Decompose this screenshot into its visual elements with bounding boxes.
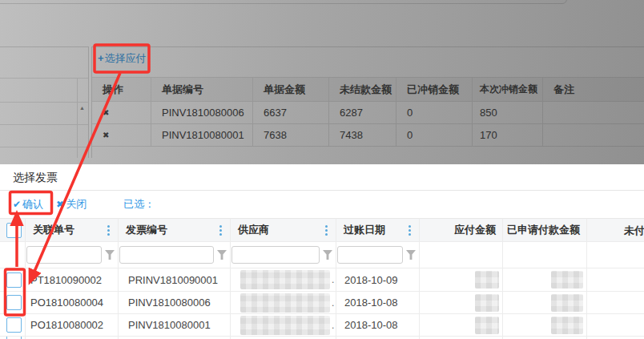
cell-applied-amount — [503, 292, 587, 314]
cell-unsettled: 6287 — [329, 102, 396, 124]
filter-icon[interactable] — [406, 250, 416, 260]
censored-amount — [551, 294, 583, 312]
supplier-filter-input[interactable] — [231, 246, 320, 264]
payable-table: 操作 单据编号 单据金额 未结款金额 已冲销金额 本次冲销金额 备注 ✖ PIN… — [92, 77, 644, 147]
confirm-button[interactable]: ✔ 确认 — [13, 197, 43, 212]
divider — [0, 102, 88, 103]
cell-remark — [543, 102, 644, 124]
cell-doc-no: PINV1810080006 — [151, 102, 253, 124]
censored-amount — [551, 271, 583, 289]
censored-supplier — [240, 270, 330, 289]
column-menu-icon[interactable] — [407, 224, 413, 237]
cell-current-writeoff[interactable]: 170 — [473, 124, 543, 147]
filter-icon[interactable] — [105, 250, 115, 260]
cell-applied-amount — [503, 268, 587, 292]
confirm-label: 确认 — [22, 197, 43, 212]
divider — [0, 124, 88, 125]
cell-unsettled: 7438 — [329, 124, 396, 147]
supplier-label: 供应商 — [238, 223, 269, 237]
col-header-invoice-no: 发票编号 — [119, 218, 231, 242]
cell-unpaid-amount — [587, 314, 644, 337]
cell-unpaid-amount — [587, 292, 644, 314]
invoice-table: 关联单号 发票编号 供应商 过账日期 应付金额 已申请付款金额 未付款金额 — [0, 218, 644, 339]
cell-payable-amount — [420, 292, 503, 314]
cell-written-off: 0 — [396, 102, 473, 124]
col-header-unsettled: 未结款金额 — [329, 77, 396, 102]
filter-icon[interactable] — [217, 250, 227, 260]
cell-posting-date: 2018-10-08 — [336, 292, 420, 314]
censored-amount — [475, 271, 499, 289]
cell-doc-amount: 6637 — [253, 102, 329, 124]
cell-remark — [543, 124, 644, 147]
modal-toolbar: ✔ 确认 ✖ 关闭 已选： — [0, 191, 644, 218]
related-no-filter-input[interactable] — [26, 246, 102, 264]
cell-payable-amount — [420, 314, 503, 337]
cell-written-off: 0 — [396, 124, 473, 147]
table-row-delete[interactable]: ✖ — [92, 124, 151, 147]
divider — [0, 147, 88, 147]
table-row-delete[interactable]: ✖ — [92, 102, 151, 124]
cell-invoice-no: PINV1810080001 — [119, 314, 231, 337]
censored-supplier — [240, 316, 330, 335]
cell-payable-amount — [420, 268, 503, 292]
delete-icon[interactable]: ✖ — [103, 131, 109, 139]
filter-cell-empty — [587, 242, 644, 268]
check-icon: ✔ — [13, 199, 21, 210]
filter-cell-posting-date — [336, 242, 420, 268]
upper-panel-border — [0, 0, 567, 4]
payable-panel: +选择应付 操作 单据编号 单据金额 未结款金额 已冲销金额 本次冲销金额 备注… — [91, 46, 644, 158]
select-payable-label: 选择应付 — [105, 52, 147, 64]
unpaid-amount-label: 未付款金额 — [624, 219, 644, 242]
divider — [0, 78, 88, 79]
row-checkbox[interactable] — [6, 295, 22, 310]
cell-doc-no: PINV1810080001 — [151, 124, 253, 147]
invoice-no-filter-input[interactable] — [119, 246, 214, 264]
col-header-current-writeoff: 本次冲销金额 — [473, 77, 543, 102]
filter-icon[interactable] — [323, 250, 332, 260]
col-header-doc-no: 单据编号 — [151, 77, 253, 102]
cell-invoice-no: PRINV1810090001 — [119, 268, 231, 292]
column-menu-icon[interactable] — [218, 224, 223, 237]
invoice-no-label: 发票编号 — [126, 223, 167, 237]
censored-amount — [475, 317, 499, 334]
cell-related-no: PO1810080004 — [26, 292, 119, 314]
censored-supplier — [240, 293, 330, 313]
cell-supplier: . — [231, 314, 336, 337]
col-header-posting-date: 过账日期 — [336, 218, 420, 242]
related-no-label: 关联单号 — [33, 223, 74, 237]
censored-amount — [475, 294, 499, 312]
row-checkbox[interactable] — [6, 272, 22, 288]
delete-icon[interactable]: ✖ — [103, 108, 109, 117]
col-header-applied-amount: 已申请付款金额 — [503, 218, 587, 242]
modal-title: 选择发票 — [0, 164, 644, 191]
close-label: 关闭 — [66, 197, 87, 212]
row-checkbox-cell — [0, 314, 26, 337]
scrollbar[interactable] — [77, 78, 88, 158]
cell-posting-date: 2018-10-08 — [336, 314, 420, 337]
supplier-remnant: . — [332, 297, 334, 309]
filter-cell-related-no — [26, 242, 119, 268]
cell-posting-date: 2018-10-09 — [336, 268, 420, 292]
filter-cell-empty — [420, 242, 503, 268]
col-header-related-no: 关联单号 — [26, 218, 119, 242]
select-payable-button[interactable]: +选择应付 — [98, 51, 147, 66]
close-button[interactable]: ✖ 关闭 — [56, 197, 87, 212]
cell-current-writeoff[interactable]: 850 — [473, 102, 543, 124]
scroll-up-icon[interactable]: ▲ — [79, 105, 85, 111]
col-header-op: 操作 — [92, 77, 151, 102]
select-all-checkbox[interactable] — [6, 223, 22, 238]
cell-related-no: PT1810090002 — [26, 268, 119, 292]
frozen-columns-panel: ▲ — [0, 46, 89, 158]
cell-doc-amount: 7638 — [253, 124, 329, 147]
posting-date-filter-input[interactable] — [337, 246, 403, 264]
cell-supplier: . — [231, 268, 336, 292]
col-header-written-off: 已冲销金额 — [396, 77, 473, 102]
selected-label: 已选： — [123, 197, 155, 212]
column-menu-icon[interactable] — [324, 224, 329, 237]
close-icon: ✖ — [56, 199, 64, 210]
column-menu-icon[interactable] — [106, 224, 111, 237]
cell-invoice-no: PINV1810080006 — [119, 292, 231, 314]
cell-supplier: . — [231, 292, 336, 314]
cell-unpaid-amount — [587, 268, 644, 292]
row-checkbox[interactable] — [6, 317, 22, 333]
